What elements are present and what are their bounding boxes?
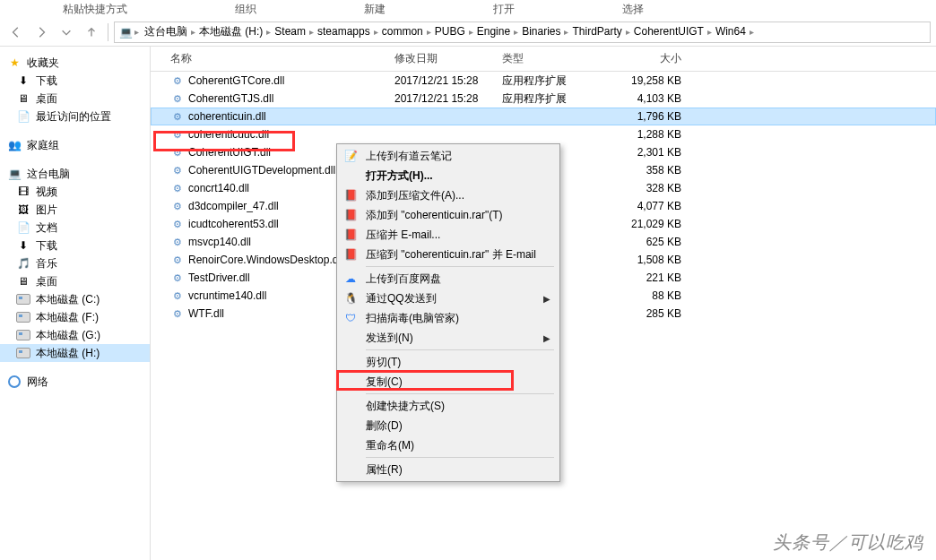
sidebar-item[interactable]: 🎵音乐 bbox=[0, 254, 150, 272]
menu-label: 打开方式(H)... bbox=[366, 168, 550, 184]
address-breadcrumb[interactable]: 💻 ▸ 这台电脑▸本地磁盘 (H:)▸Steam▸steamapps▸commo… bbox=[114, 22, 931, 43]
breadcrumb-segment[interactable]: steamapps bbox=[314, 25, 374, 38]
context-menu-item[interactable]: 删除(D) bbox=[339, 416, 558, 435]
sidebar-item[interactable]: 🎞视频 bbox=[0, 183, 150, 201]
context-menu-item[interactable]: 重命名(M) bbox=[339, 435, 558, 455]
item-icon: 🖥 bbox=[16, 91, 30, 106]
breadcrumb-segment[interactable]: ThirdParty bbox=[568, 25, 625, 38]
file-name: CoherentUIGTDevelopment.dll bbox=[188, 164, 335, 177]
homegroup-icon: 👥 bbox=[7, 138, 22, 152]
file-row[interactable]: ⚙CoherentGTCore.dll2017/12/21 15:28应用程序扩… bbox=[151, 72, 936, 90]
breadcrumb-segment[interactable]: PUBG bbox=[431, 25, 469, 38]
breadcrumb-segment[interactable]: common bbox=[378, 25, 427, 38]
item-icon bbox=[16, 292, 30, 306]
menu-label: 删除(D) bbox=[366, 418, 550, 434]
file-row[interactable]: ⚙coherenticuuc.dll1,288 KB bbox=[151, 125, 936, 143]
file-size: 19,258 KB bbox=[601, 74, 681, 87]
back-button[interactable] bbox=[5, 22, 27, 43]
sidebar-item[interactable]: 📄文档 bbox=[0, 219, 150, 237]
file-size: 4,103 KB bbox=[601, 92, 681, 105]
shield-icon: 🛡 bbox=[342, 310, 359, 326]
breadcrumb-segment[interactable]: CoherentUIGT bbox=[630, 25, 707, 38]
column-type[interactable]: 类型 bbox=[502, 51, 601, 66]
file-size: 21,029 KB bbox=[601, 218, 681, 230]
ribbon-label: 粘贴快捷方式 bbox=[63, 2, 127, 17]
sidebar-item[interactable]: 本地磁盘 (F:) bbox=[0, 308, 150, 326]
sidebar-thispc[interactable]: 💻这台电脑 bbox=[0, 165, 150, 183]
up-button[interactable] bbox=[81, 22, 102, 43]
breadcrumb-segment[interactable]: Engine bbox=[473, 25, 514, 38]
file-size: 285 KB bbox=[601, 307, 681, 320]
sidebar-favorites[interactable]: ★收藏夹 bbox=[0, 54, 150, 72]
sidebar-item[interactable]: 🖥桌面 bbox=[0, 272, 150, 290]
breadcrumb-segment[interactable]: Binaries bbox=[518, 25, 564, 38]
context-menu-item[interactable]: 📝上传到有道云笔记 bbox=[339, 146, 558, 166]
context-menu-item[interactable]: ☁上传到百度网盘 bbox=[339, 269, 558, 289]
context-menu-item[interactable]: 剪切(T) bbox=[339, 352, 558, 372]
file-size: 88 KB bbox=[601, 289, 681, 302]
item-icon: 🖥 bbox=[16, 274, 30, 289]
drive-icon bbox=[16, 312, 30, 323]
column-name[interactable]: 名称 bbox=[170, 51, 394, 66]
sidebar-item[interactable]: ⬇下载 bbox=[0, 72, 150, 90]
file-name: concrt140.dll bbox=[188, 182, 249, 194]
column-date[interactable]: 修改日期 bbox=[394, 51, 502, 66]
navigation-pane: ★收藏夹 ⬇下载🖥桌面 📄最近访问的位置 👥家庭组 💻这台电脑 🎞视频🖼图片📄文… bbox=[0, 47, 151, 560]
baidu-icon: ☁ bbox=[342, 271, 359, 287]
dll-icon: ⚙ bbox=[170, 253, 185, 267]
rar-icon: 📕 bbox=[342, 227, 359, 243]
dll-icon: ⚙ bbox=[170, 289, 185, 303]
sidebar-homegroup[interactable]: 👥家庭组 bbox=[0, 136, 150, 154]
sidebar-item[interactable]: 🖼图片 bbox=[0, 201, 150, 219]
sidebar-network[interactable]: 网络 bbox=[0, 373, 150, 391]
file-row[interactable]: ⚙CoherentGTJS.dll2017/12/21 15:28应用程序扩展4… bbox=[151, 90, 936, 108]
watermark: 头条号／可以吃鸡 bbox=[773, 530, 923, 555]
chevron-icon: ▸ bbox=[134, 27, 139, 37]
breadcrumb-segment[interactable]: 本地磁盘 (H:) bbox=[195, 25, 266, 38]
note-icon: 📝 bbox=[342, 148, 359, 164]
dll-icon: ⚙ bbox=[170, 127, 185, 142]
context-menu-item[interactable]: 发送到(N)▶ bbox=[339, 328, 558, 348]
file-size: 328 KB bbox=[601, 182, 681, 194]
file-name: RenoirCore.WindowsDesktop.dll bbox=[188, 254, 343, 266]
recent-dropdown[interactable] bbox=[56, 22, 77, 43]
context-menu-item[interactable]: 📕添加到 "coherenticuin.rar"(T) bbox=[339, 205, 558, 225]
context-menu-item[interactable]: 🛡扫描病毒(电脑管家) bbox=[339, 308, 558, 328]
drive-icon bbox=[16, 294, 30, 305]
context-menu-item[interactable]: 打开方式(H)... bbox=[339, 166, 558, 185]
file-row[interactable]: ⚙coherenticuin.dll1,796 KB bbox=[151, 108, 936, 125]
item-icon: 🎵 bbox=[16, 256, 30, 271]
breadcrumb-segment[interactable]: Win64 bbox=[712, 25, 750, 38]
context-menu-item[interactable]: 📕添加到压缩文件(A)... bbox=[339, 185, 558, 205]
breadcrumb-segment[interactable]: Steam bbox=[271, 25, 309, 38]
context-menu-item[interactable]: 属性(R) bbox=[339, 460, 558, 479]
file-name: coherenticuin.dll bbox=[188, 110, 266, 123]
dll-icon: ⚙ bbox=[170, 73, 185, 88]
blank-icon bbox=[342, 418, 359, 434]
context-menu-item[interactable]: 📕压缩到 "coherenticuin.rar" 并 E-mail bbox=[339, 245, 558, 264]
file-size: 1,508 KB bbox=[601, 254, 681, 266]
sidebar-item[interactable]: 📄最近访问的位置 bbox=[0, 108, 150, 125]
menu-label: 创建快捷方式(S) bbox=[366, 399, 550, 414]
breadcrumb-segment[interactable]: 这台电脑 bbox=[141, 25, 191, 38]
item-icon: 🎞 bbox=[16, 185, 30, 199]
context-menu-item[interactable]: 📕压缩并 E-mail... bbox=[339, 225, 558, 245]
forward-button[interactable] bbox=[30, 22, 52, 43]
sidebar-item[interactable]: 本地磁盘 (C:) bbox=[0, 290, 150, 308]
menu-separator bbox=[366, 393, 554, 394]
context-menu-item[interactable]: 🐧通过QQ发送到▶ bbox=[339, 289, 558, 308]
sidebar-item[interactable]: 🖥桌面 bbox=[0, 90, 150, 108]
sidebar-item[interactable]: 本地磁盘 (H:) bbox=[0, 344, 150, 362]
chevron-icon: ▸ bbox=[469, 27, 473, 37]
menu-label: 添加到 "coherenticuin.rar"(T) bbox=[366, 208, 550, 223]
menu-label: 剪切(T) bbox=[366, 355, 550, 370]
sidebar-item[interactable]: 本地磁盘 (G:) bbox=[0, 326, 150, 344]
item-icon: ⬇ bbox=[16, 73, 30, 88]
context-menu-item[interactable]: 创建快捷方式(S) bbox=[339, 396, 558, 416]
sidebar-item[interactable]: ⬇下载 bbox=[0, 237, 150, 254]
drive-icon bbox=[16, 348, 30, 358]
chevron-icon: ▸ bbox=[750, 27, 754, 37]
file-name: CoherentGTJS.dll bbox=[188, 92, 273, 105]
context-menu-item[interactable]: 复制(C) bbox=[339, 372, 558, 392]
column-size[interactable]: 大小 bbox=[601, 51, 681, 66]
